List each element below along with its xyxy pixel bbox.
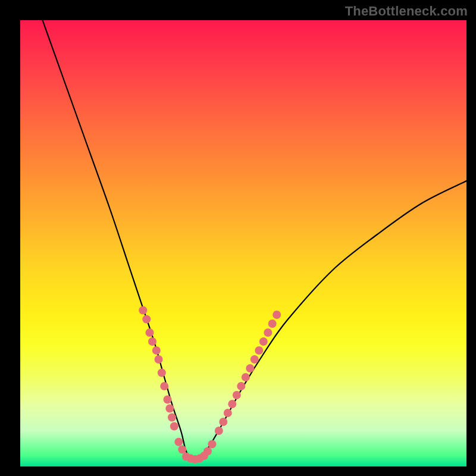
right-dot-cluster-dot xyxy=(264,328,272,337)
left-dot-cluster-dot xyxy=(168,414,176,422)
valley-dot-cluster-dot xyxy=(174,438,183,446)
watermark-text: TheBottleneck.com xyxy=(345,4,468,19)
right-dot-cluster-dot xyxy=(219,418,227,426)
right-dot-cluster-dot xyxy=(233,391,241,399)
left-dot-cluster-dot xyxy=(139,306,147,315)
left-dot-cluster-dot xyxy=(155,355,163,364)
left-dot-cluster-dot xyxy=(148,337,156,346)
right-dot-cluster-dot xyxy=(237,382,245,390)
data-dots-group xyxy=(139,306,281,464)
right-dot-cluster-dot xyxy=(273,311,281,319)
left-dot-cluster-dot xyxy=(142,315,151,324)
left-dot-cluster-dot xyxy=(152,346,161,355)
right-dot-cluster-dot xyxy=(228,400,236,408)
valley-dot-cluster-dot xyxy=(203,447,212,456)
outer-frame: TheBottleneck.com xyxy=(0,0,476,476)
left-dot-cluster-dot xyxy=(146,328,154,337)
right-dot-cluster-dot xyxy=(246,364,254,372)
left-dot-cluster-dot xyxy=(170,422,178,431)
chart-svg xyxy=(20,20,466,466)
bottleneck-curve xyxy=(43,20,467,459)
right-dot-cluster-dot xyxy=(215,427,223,435)
plot-area xyxy=(20,20,466,466)
left-dot-cluster-dot xyxy=(164,396,172,404)
right-dot-cluster-dot xyxy=(268,320,277,328)
right-dot-cluster-dot xyxy=(255,346,263,355)
right-dot-cluster-dot xyxy=(242,373,250,381)
left-dot-cluster-dot xyxy=(158,369,166,377)
valley-dot-cluster-dot xyxy=(208,440,217,449)
left-dot-cluster-dot xyxy=(160,382,168,390)
right-dot-cluster-dot xyxy=(250,355,259,364)
right-dot-cluster-dot xyxy=(224,409,232,417)
valley-dot-cluster-dot xyxy=(178,446,186,454)
right-dot-cluster-dot xyxy=(259,337,268,346)
left-dot-cluster-dot xyxy=(165,405,174,413)
